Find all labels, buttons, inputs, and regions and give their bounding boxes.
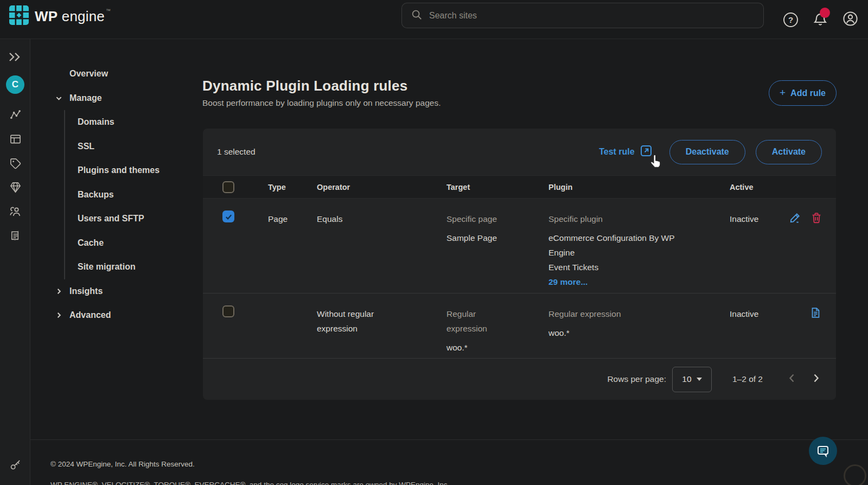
footer-divider (30, 439, 868, 440)
rule-details-document-icon[interactable] (809, 307, 821, 358)
column-header-target: Target (446, 183, 548, 192)
chevron-down-icon (55, 94, 62, 101)
deactivate-button[interactable]: Deactivate (669, 140, 745, 164)
sidebar-item-backups[interactable]: Backups (65, 183, 178, 207)
tags-icon[interactable] (0, 154, 30, 173)
hand-cursor-pointer (649, 154, 662, 170)
cell-plugin: Specific plugin eCommerce Configuration … (548, 199, 730, 293)
premium-gem-icon[interactable] (0, 177, 30, 197)
page-title: Dynamic Plugin Loading rules (202, 78, 407, 94)
pagination-range: 1–2 of 2 (732, 374, 763, 384)
sidebar-item-overview[interactable]: Overview (53, 62, 178, 86)
column-header-active: Active (730, 183, 789, 192)
topbar: WP engine™ Search sites ? (0, 0, 868, 39)
activity-log-icon[interactable] (0, 226, 30, 245)
ghost-loader-circle (844, 464, 866, 485)
table-pagination: Rows per page: 10 1–2 of 2 (203, 359, 836, 400)
sidebar-item-domains[interactable]: Domains (65, 110, 178, 135)
cell-type (268, 293, 317, 358)
table-row: Page Equals Specific page Sample Page Sp… (203, 199, 836, 293)
rules-table-card: 1 selected Test rule Deactivate Activate (203, 129, 836, 400)
row-checkbox-checked[interactable] (222, 210, 234, 222)
activity-graph-icon[interactable] (0, 105, 30, 124)
previous-page-icon[interactable] (787, 373, 797, 386)
table-row: Without regular expression Regular expre… (203, 293, 836, 359)
search-placeholder: Search sites (429, 11, 477, 21)
sidebar-item-manage[interactable]: Manage (53, 86, 178, 111)
search-sites-input[interactable]: Search sites (401, 3, 764, 28)
cell-operator: Without regular expression (317, 293, 446, 358)
activate-button[interactable]: Activate (756, 140, 822, 164)
caret-down-icon (697, 378, 702, 381)
manage-subnav: Domains SSL Plugins and themes Backups U… (64, 110, 178, 279)
table-toolbar: 1 selected Test rule Deactivate Activate (203, 129, 836, 175)
sidebar-item-site-migration[interactable]: Site migration (65, 255, 178, 279)
copyright-text: © 2024 WPEngine, Inc. All Rights Reserve… (50, 460, 195, 468)
selected-count: 1 selected (217, 147, 256, 157)
sidebar-item-users-and-sftp[interactable]: Users and SFTP (65, 207, 178, 231)
users-icon[interactable] (0, 202, 30, 221)
notification-badge (820, 8, 830, 18)
wpengine-logo[interactable]: WP engine™ (9, 5, 111, 28)
chevron-right-icon (55, 288, 62, 295)
sidebar-item-advanced[interactable]: Advanced (53, 303, 178, 328)
logo-wordmark: WP engine™ (35, 8, 111, 25)
cell-operator: Equals (317, 199, 446, 293)
next-page-icon[interactable] (810, 373, 821, 386)
column-header-plugin: Plugin (548, 183, 730, 192)
select-all-checkbox[interactable] (222, 181, 234, 193)
sites-layout-icon[interactable] (0, 129, 30, 149)
sidebar-item-ssl[interactable]: SSL (65, 135, 178, 159)
table-header-row: Type Operator Target Plugin Active (203, 175, 836, 199)
plus-icon: + (780, 87, 786, 99)
site-avatar[interactable]: C (0, 75, 30, 94)
chat-support-button[interactable] (809, 437, 837, 465)
help-icon[interactable]: ? (783, 12, 798, 27)
sidebar-nav: Overview Manage Domains SSL Plugins and … (53, 62, 178, 328)
icon-rail: C (0, 39, 30, 485)
search-icon (411, 9, 423, 23)
add-rule-button[interactable]: + Add rule (769, 80, 837, 106)
edit-rule-icon[interactable] (789, 212, 801, 293)
row-checkbox-unchecked[interactable] (222, 305, 234, 317)
trademarks-text: WP ENGINE®, VELOCITIZE®, TORQUE®, EVERCA… (50, 481, 449, 485)
cell-plugin: Regular expression woo.* (548, 293, 730, 358)
chevron-right-icon (55, 312, 62, 319)
delete-rule-icon[interactable] (810, 212, 822, 293)
test-rule-link[interactable]: Test rule (599, 144, 653, 159)
sidebar-item-cache[interactable]: Cache (65, 231, 178, 256)
cell-target: Regular expression woo.* (446, 293, 548, 358)
ssh-keys-icon[interactable] (0, 455, 30, 474)
cell-active-status: Inactive (730, 293, 789, 358)
cell-type: Page (268, 199, 317, 293)
wpengine-grid-icon (9, 5, 29, 28)
column-header-operator: Operator (317, 183, 446, 192)
column-header-type: Type (268, 183, 317, 192)
cell-active-status: Inactive (730, 199, 789, 293)
more-plugins-link[interactable]: 29 more... (548, 275, 730, 289)
account-icon[interactable] (843, 11, 858, 29)
expand-sidebar-icon[interactable] (0, 47, 30, 67)
notifications-bell-icon[interactable] (813, 12, 828, 27)
cell-target: Specific page Sample Page (446, 199, 548, 293)
wpengine-portal: WP engine™ Search sites ? (0, 0, 868, 485)
page-subtitle: Boost performance by loading plugins onl… (202, 98, 441, 108)
rows-per-page-label: Rows per page: (607, 374, 666, 384)
sidebar-item-plugins-and-themes[interactable]: Plugins and themes (65, 158, 178, 183)
sidebar-item-insights[interactable]: Insights (53, 279, 178, 304)
rows-per-page-select[interactable]: 10 (672, 367, 712, 392)
topbar-actions: ? (783, 0, 858, 39)
